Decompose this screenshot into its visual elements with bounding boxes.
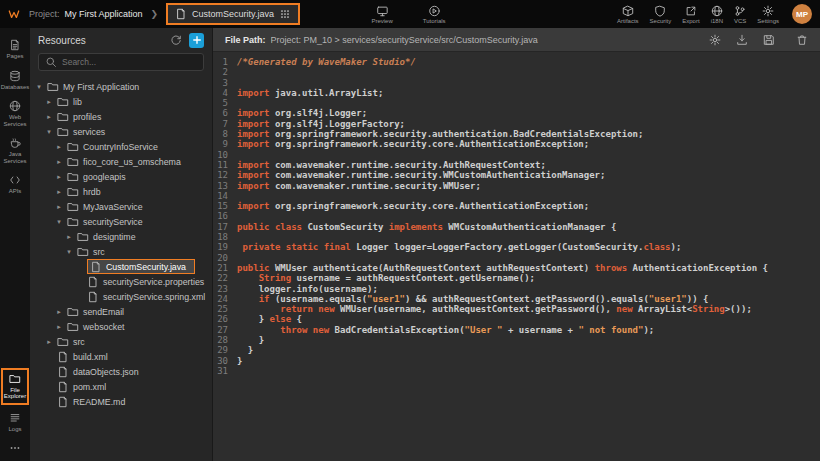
avatar[interactable]: MP (792, 4, 812, 24)
download-icon[interactable] (736, 34, 748, 46)
code-line-10[interactable]: 10 (213, 150, 820, 160)
code-line-29[interactable]: 29 } (213, 345, 820, 355)
code-line-24[interactable]: 24 if (username.equals("user1") && authR… (213, 294, 820, 304)
sidebar-item-databases[interactable]: Databases (1, 67, 29, 94)
tree-item-securityservice-spring-xml[interactable]: securityService.spring.xml (30, 289, 212, 304)
tree-item-my-first-application[interactable]: ▾My First Application (30, 79, 212, 94)
tree-item-readme-md[interactable]: README.md (30, 394, 212, 409)
tree-item-websocket[interactable]: ▸websocket (30, 319, 212, 334)
tree-item-hrdb[interactable]: ▸hrdb (30, 184, 212, 199)
code-line-7[interactable]: 7import org.slf4j.LoggerFactory; (213, 119, 820, 129)
search-input[interactable] (62, 57, 197, 67)
tree-item-securityservice-properties[interactable]: securityService.properties (30, 274, 212, 289)
chevron-right-icon[interactable]: ▸ (55, 188, 63, 196)
code-line-28[interactable]: 28 } (213, 335, 820, 345)
tree-item-countryinfoservice[interactable]: ▸CountryInfoService (30, 139, 212, 154)
tree-item-securityservice[interactable]: ▾securityService (30, 214, 212, 229)
topbar-item-vcs[interactable]: VCS (734, 5, 746, 24)
settings-icon[interactable] (709, 34, 721, 46)
sidebar-item-pages[interactable]: Pages (1, 36, 29, 63)
chevron-right-icon[interactable]: ▸ (45, 98, 53, 106)
chevron-right-icon[interactable]: ▸ (55, 143, 63, 151)
topbar-item-artifacts[interactable]: Artifacts (617, 5, 639, 24)
refresh-icon[interactable] (170, 34, 182, 46)
code-line-21[interactable]: 21public WMUser authenticate(AuthRequest… (213, 263, 820, 273)
chevron-right-icon[interactable]: ▸ (55, 203, 63, 211)
chevron-right-icon[interactable]: ▸ (55, 323, 63, 331)
tab-customsecurity-java[interactable]: CustomSecurity.java (166, 3, 300, 25)
tree-item-pom-xml[interactable]: pom.xml (30, 379, 212, 394)
tree-item-sendemail[interactable]: ▸sendEmail (30, 304, 212, 319)
code-editor[interactable]: 1/*Generated by WaveMaker Studio*/234imp… (213, 52, 820, 461)
code-line-6[interactable]: 6import org.slf4j.Logger; (213, 108, 820, 118)
sidebar-item-logs[interactable]: Logs (1, 409, 29, 436)
topbar-item-tutorials[interactable]: Tutorials (423, 5, 446, 24)
sidebar-item-more-options[interactable] (1, 439, 29, 457)
chevron-right-icon[interactable]: ▸ (55, 308, 63, 316)
add-resource-button[interactable] (189, 33, 204, 48)
save-icon[interactable] (763, 34, 775, 46)
topbar-item-settings[interactable]: Settings (757, 5, 779, 24)
code-line-3[interactable]: 3 (213, 78, 820, 88)
tree-item-dataobjects-json[interactable]: dataObjects.json (30, 364, 212, 379)
tree-item-fico-core-us-omschema[interactable]: ▸fico_core_us_omschema (30, 154, 212, 169)
sidebar-item-label: Databases (1, 84, 30, 91)
code-line-5[interactable]: 5 (213, 98, 820, 108)
chevron-down-icon[interactable]: ▾ (35, 83, 43, 91)
project-name[interactable]: My First Application (65, 9, 143, 19)
code-line-22[interactable]: 22 String username = authRequestContext.… (213, 273, 820, 283)
tree-item-customsecurity-java[interactable]: CustomSecurity.java (30, 259, 212, 274)
tree-item-myjavaservice[interactable]: ▸MyJavaService (30, 199, 212, 214)
tree-item-lib[interactable]: ▸lib (30, 94, 212, 109)
sidebar-item-apis[interactable]: APIs (1, 171, 29, 198)
tree-item-designtime[interactable]: ▸designtime (30, 229, 212, 244)
topbar-item-i18n[interactable]: i18N (711, 5, 723, 24)
code-line-26[interactable]: 26 } else { (213, 314, 820, 324)
code-line-17[interactable]: 17public class CustomSecurity implements… (213, 222, 820, 232)
code-line-19[interactable]: 19 private static final Logger logger=Lo… (213, 242, 820, 252)
code-line-25[interactable]: 25 return new WMUser(username, authReque… (213, 304, 820, 314)
code-line-14[interactable]: 14 (213, 191, 820, 201)
code-line-23[interactable]: 23 logger.info(username); (213, 284, 820, 294)
topbar-item-preview[interactable]: Preview (371, 5, 392, 24)
code-line-13[interactable]: 13import com.wavemaker.runtime.security.… (213, 181, 820, 191)
code-line-18[interactable]: 18 (213, 232, 820, 242)
code-line-27[interactable]: 27 throw new BadCredentialsException("Us… (213, 325, 820, 335)
tree-item-googleapis[interactable]: ▸googleapis (30, 169, 212, 184)
topbar-item-export[interactable]: Export (682, 5, 699, 24)
chevron-down-icon[interactable]: ▾ (45, 128, 53, 136)
line-number: 24 (213, 294, 237, 304)
code-line-16[interactable]: 16 (213, 211, 820, 221)
topbar-item-label: Tutorials (423, 18, 446, 24)
code-line-8[interactable]: 8import org.springframework.security.aut… (213, 129, 820, 139)
chevron-down-icon[interactable]: ▾ (65, 248, 73, 256)
code-line-20[interactable]: 20 (213, 253, 820, 263)
code-line-2[interactable]: 2 (213, 67, 820, 77)
sidebar-item-file-explorer[interactable]: File Explorer (1, 368, 29, 405)
tree-item-services[interactable]: ▾services (30, 124, 212, 139)
delete-icon[interactable] (796, 34, 808, 46)
tree-item-src[interactable]: ▸src (30, 334, 212, 349)
chevron-down-icon[interactable]: ▾ (55, 218, 63, 226)
chevron-right-icon[interactable]: ▸ (65, 233, 73, 241)
code-line-12[interactable]: 12import com.wavemaker.runtime.security.… (213, 170, 820, 180)
chevron-right-icon[interactable]: ▸ (55, 173, 63, 181)
tree-item-profiles[interactable]: ▸profiles (30, 109, 212, 124)
tree-item-src[interactable]: ▾src (30, 244, 212, 259)
sidebar-item-web-services[interactable]: Web Services (1, 97, 29, 130)
code-line-9[interactable]: 9import org.springframework.security.cor… (213, 139, 820, 149)
code-line-4[interactable]: 4import java.util.ArrayList; (213, 88, 820, 98)
code-line-15[interactable]: 15import org.springframework.security.co… (213, 201, 820, 211)
chevron-right-icon[interactable]: ▸ (45, 338, 53, 346)
chevron-right-icon[interactable]: ▸ (45, 113, 53, 121)
line-number: 17 (213, 222, 237, 232)
code-line-11[interactable]: 11import com.wavemaker.runtime.security.… (213, 160, 820, 170)
code-line-30[interactable]: 30} (213, 356, 820, 366)
grid-icon[interactable] (279, 8, 291, 20)
tree-item-build-xml[interactable]: build.xml (30, 349, 212, 364)
chevron-right-icon[interactable]: ▸ (55, 158, 63, 166)
sidebar-item-java-services[interactable]: Java Services (1, 134, 29, 167)
code-line-31[interactable]: 31 (213, 366, 820, 376)
code-line-1[interactable]: 1/*Generated by WaveMaker Studio*/ (213, 57, 820, 67)
topbar-item-security[interactable]: Security (650, 5, 672, 24)
